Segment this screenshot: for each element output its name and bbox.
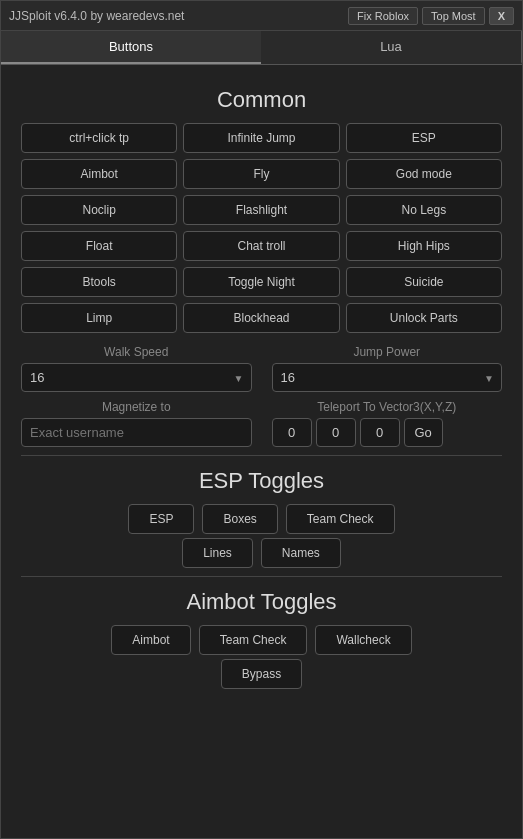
aimbot-toggle-bypass[interactable]: Bypass	[221, 659, 302, 689]
common-title: Common	[21, 87, 502, 113]
btn-god-mode[interactable]: God mode	[346, 159, 502, 189]
vector-z-input[interactable]	[360, 418, 400, 447]
walk-speed-select[interactable]: 16 32 50 100	[21, 363, 252, 392]
btn-high-hips[interactable]: High Hips	[346, 231, 502, 261]
tab-bar: Buttons Lua	[1, 31, 522, 65]
btn-limp[interactable]: Limp	[21, 303, 177, 333]
aimbot-toggle-team-check[interactable]: Team Check	[199, 625, 308, 655]
aimbot-toggles-section: Aimbot Toggles Aimbot Team Check Wallche…	[21, 589, 502, 689]
magnetize-input[interactable]	[21, 418, 252, 447]
tab-lua[interactable]: Lua	[261, 31, 522, 64]
app-window: JJSploit v6.4.0 by wearedevs.net Fix Rob…	[0, 0, 523, 839]
esp-toggles-section: ESP Toggles ESP Boxes Team Check Lines N…	[21, 468, 502, 568]
esp-toggle-esp[interactable]: ESP	[128, 504, 194, 534]
esp-toggle-team-check[interactable]: Team Check	[286, 504, 395, 534]
esp-toggles-title: ESP Toggles	[21, 468, 502, 494]
jump-power-label: Jump Power	[272, 345, 503, 359]
esp-toggle-lines[interactable]: Lines	[182, 538, 253, 568]
aimbot-toggle-wallcheck[interactable]: Wallcheck	[315, 625, 411, 655]
aimbot-toggle-aimbot[interactable]: Aimbot	[111, 625, 190, 655]
btn-btools[interactable]: Btools	[21, 267, 177, 297]
btn-infinite-jump[interactable]: Infinite Jump	[183, 123, 339, 153]
esp-toggle-names[interactable]: Names	[261, 538, 341, 568]
fix-roblox-button[interactable]: Fix Roblox	[348, 7, 418, 25]
close-button[interactable]: X	[489, 7, 514, 25]
vector-x-input[interactable]	[272, 418, 312, 447]
btn-noclip[interactable]: Noclip	[21, 195, 177, 225]
main-content: Common ctrl+click tp Infinite Jump ESP A…	[1, 65, 522, 838]
btn-chat-troll[interactable]: Chat troll	[183, 231, 339, 261]
vector-y-input[interactable]	[316, 418, 356, 447]
divider-1	[21, 455, 502, 456]
btn-no-legs[interactable]: No Legs	[346, 195, 502, 225]
common-section: Common ctrl+click tp Infinite Jump ESP A…	[21, 87, 502, 333]
walk-speed-label: Walk Speed	[21, 345, 252, 359]
tab-buttons[interactable]: Buttons	[1, 31, 261, 64]
btn-suicide[interactable]: Suicide	[346, 267, 502, 297]
walk-speed-group: Walk Speed 16 32 50 100 ▼	[21, 345, 252, 392]
title-bar: JJSploit v6.4.0 by wearedevs.net Fix Rob…	[1, 1, 522, 31]
teleport-label: Teleport To Vector3(X,Y,Z)	[272, 400, 503, 414]
jump-power-group: Jump Power 16 32 50 100 ▼	[272, 345, 503, 392]
esp-toggle-boxes[interactable]: Boxes	[202, 504, 277, 534]
btn-fly[interactable]: Fly	[183, 159, 339, 189]
jump-power-select[interactable]: 16 32 50 100	[272, 363, 503, 392]
btn-blockhead[interactable]: Blockhead	[183, 303, 339, 333]
btn-float[interactable]: Float	[21, 231, 177, 261]
app-title: JJSploit v6.4.0 by wearedevs.net	[9, 9, 344, 23]
vector-inputs: Go	[272, 418, 503, 447]
btn-ctrl-click-tp[interactable]: ctrl+click tp	[21, 123, 177, 153]
magnetize-teleport-row: Magnetize to Teleport To Vector3(X,Y,Z) …	[21, 400, 502, 447]
teleport-group: Teleport To Vector3(X,Y,Z) Go	[272, 400, 503, 447]
btn-unlock-parts[interactable]: Unlock Parts	[346, 303, 502, 333]
btn-aimbot[interactable]: Aimbot	[21, 159, 177, 189]
aimbot-row-2: Bypass	[21, 659, 502, 689]
btn-esp[interactable]: ESP	[346, 123, 502, 153]
teleport-go-button[interactable]: Go	[404, 418, 443, 447]
divider-2	[21, 576, 502, 577]
btn-flashlight[interactable]: Flashlight	[183, 195, 339, 225]
esp-row-1: ESP Boxes Team Check	[21, 504, 502, 534]
aimbot-row-1: Aimbot Team Check Wallcheck	[21, 625, 502, 655]
jump-power-select-wrapper: 16 32 50 100 ▼	[272, 363, 503, 392]
walk-speed-select-wrapper: 16 32 50 100 ▼	[21, 363, 252, 392]
esp-row-2: Lines Names	[21, 538, 502, 568]
top-most-button[interactable]: Top Most	[422, 7, 485, 25]
magnetize-label: Magnetize to	[21, 400, 252, 414]
aimbot-toggles-title: Aimbot Toggles	[21, 589, 502, 615]
magnetize-group: Magnetize to	[21, 400, 252, 447]
btn-toggle-night[interactable]: Toggle Night	[183, 267, 339, 297]
common-button-grid: ctrl+click tp Infinite Jump ESP Aimbot F…	[21, 123, 502, 333]
speed-jump-row: Walk Speed 16 32 50 100 ▼ Jump Power 16	[21, 345, 502, 392]
